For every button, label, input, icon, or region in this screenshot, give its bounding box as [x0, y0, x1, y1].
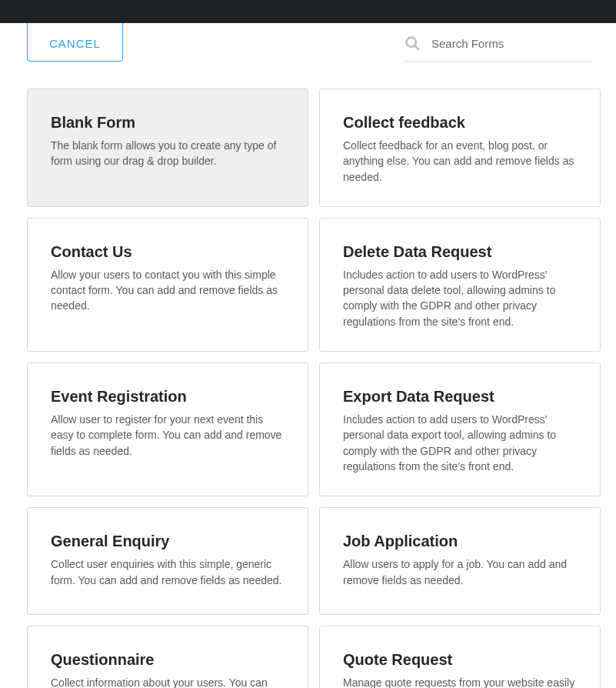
template-description: Collect feedback for an event, blog post…: [343, 138, 577, 185]
template-description: Manage quote requests from your website …: [343, 675, 577, 688]
template-description: Includes action to add users to WordPres…: [343, 412, 577, 474]
svg-line-1: [415, 46, 419, 50]
template-description: Collect user enquiries with this simple,…: [51, 556, 285, 588]
template-card-general-enquiry[interactable]: General Enquiry Collect user enquiries w…: [27, 507, 308, 615]
template-description: Includes action to add users to WordPres…: [343, 267, 577, 329]
template-description: Allow users to apply for a job. You can …: [343, 556, 577, 588]
template-card-collect-feedback[interactable]: Collect feedback Collect feedback for an…: [319, 89, 601, 207]
template-title: Delete Data Request: [343, 243, 577, 261]
template-card-blank-form[interactable]: Blank Form The blank form allows you to …: [27, 89, 308, 207]
search-icon: [405, 35, 421, 52]
template-description: Allow user to register for your next eve…: [51, 412, 285, 459]
template-title: Blank Form: [51, 114, 285, 132]
template-title: Collect feedback: [343, 114, 577, 132]
template-title: Quote Request: [343, 651, 577, 669]
cancel-button[interactable]: CANCEL: [27, 23, 123, 62]
search-input[interactable]: [431, 37, 593, 50]
cancel-button-label: CANCEL: [49, 37, 101, 50]
template-card-job-application[interactable]: Job Application Allow users to apply for…: [319, 507, 601, 615]
template-card-questionnaire[interactable]: Questionnaire Collect information about …: [27, 626, 308, 688]
search-wrapper: [405, 28, 593, 62]
template-card-export-data-request[interactable]: Export Data Request Includes action to a…: [319, 362, 601, 496]
template-card-contact-us[interactable]: Contact Us Allow your users to contact y…: [27, 218, 308, 352]
template-card-delete-data-request[interactable]: Delete Data Request Includes action to a…: [319, 218, 601, 352]
template-grid: Blank Form The blank form allows you to …: [0, 89, 616, 688]
template-card-quote-request[interactable]: Quote Request Manage quote requests from…: [319, 626, 601, 688]
template-title: Event Registration: [51, 388, 285, 406]
template-description: Allow your users to contact you with thi…: [51, 267, 285, 314]
template-description: The blank form allows you to create any …: [51, 138, 285, 169]
template-title: General Enquiry: [51, 533, 285, 550]
template-card-event-registration[interactable]: Event Registration Allow user to registe…: [27, 362, 308, 496]
template-title: Job Application: [343, 533, 577, 550]
template-title: Questionnaire: [51, 651, 285, 669]
template-title: Contact Us: [51, 243, 285, 261]
header-row: CANCEL: [0, 23, 616, 62]
template-description: Collect information about your users. Yo…: [51, 675, 285, 688]
app-top-bar: [0, 0, 616, 23]
template-title: Export Data Request: [343, 388, 577, 406]
